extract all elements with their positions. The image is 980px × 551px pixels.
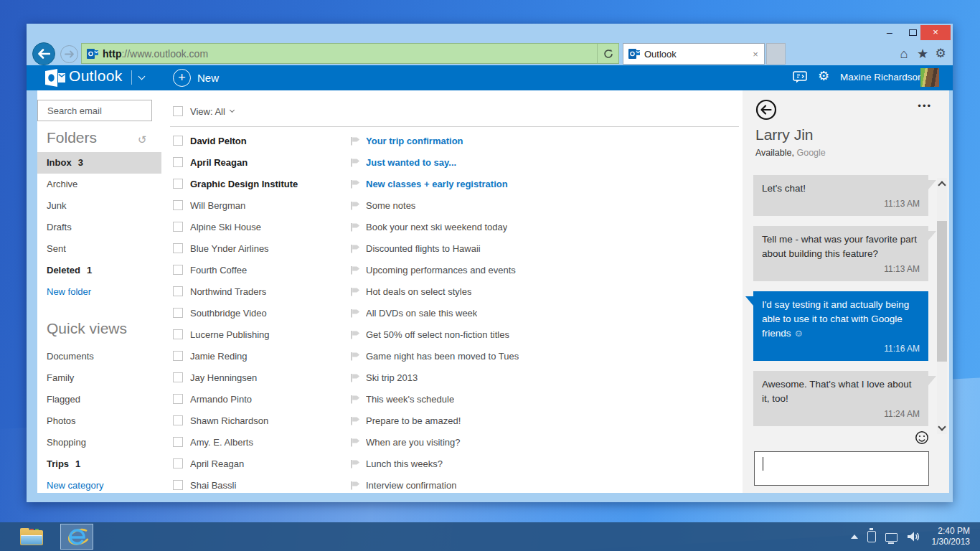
power-icon[interactable]	[867, 531, 876, 542]
emoticon-picker-icon[interactable]	[915, 430, 929, 445]
mail-row[interactable]: Jay HenningsenSki trip 2013	[161, 367, 743, 388]
mail-checkbox[interactable]	[173, 200, 183, 210]
mail-checkbox[interactable]	[173, 136, 183, 146]
mail-row[interactable]: Shawn RichardsonPrepare to be amazed!	[161, 410, 743, 431]
mail-subject[interactable]: This week's schedule	[366, 394, 454, 405]
select-all-checkbox[interactable]	[173, 106, 183, 116]
brand-title[interactable]: Outlook	[69, 67, 122, 85]
mail-checkbox[interactable]	[173, 437, 183, 447]
mail-row[interactable]: Armando PintoThis week's schedule	[161, 388, 743, 410]
mail-sender[interactable]: Will Bergman	[190, 200, 350, 211]
mail-row[interactable]: Northwind TradersHot deals on select sty…	[161, 281, 743, 302]
mail-sender[interactable]: Amy. E. Alberts	[190, 437, 350, 448]
sidebar-item-new-category[interactable]: New category	[37, 475, 161, 493]
mail-subject[interactable]: Just wanted to say...	[366, 157, 456, 168]
settings-gear-icon[interactable]: ⚙	[931, 44, 950, 63]
sidebar-item-drafts[interactable]: Drafts	[37, 217, 161, 238]
mail-row[interactable]: Jamie RedingGame night has been moved to…	[161, 345, 743, 367]
volume-icon[interactable]	[907, 531, 920, 542]
mail-row[interactable]: April ReaganJust wanted to say...	[161, 151, 743, 173]
new-message-button[interactable]: + New	[173, 68, 219, 88]
mail-sender[interactable]: Alpine Ski House	[190, 222, 350, 232]
window-minimize-button[interactable]: –	[879, 25, 900, 40]
mail-checkbox[interactable]	[173, 157, 183, 167]
flag-icon[interactable]	[350, 287, 362, 296]
sidebar-item-junk[interactable]: Junk	[37, 195, 161, 217]
mail-subject[interactable]: Discounted flights to Hawaii	[366, 243, 481, 254]
chat-back-button[interactable]	[755, 99, 777, 121]
browser-forward-button[interactable]	[60, 45, 78, 63]
flag-icon[interactable]	[350, 352, 362, 361]
mail-subject[interactable]: Some notes	[366, 200, 415, 211]
mail-subject[interactable]: New classes + early registration	[366, 179, 508, 189]
mail-row[interactable]: Graphic Design InstituteNew classes + ea…	[161, 173, 743, 194]
mail-sender[interactable]: Shawn Richardson	[190, 415, 350, 426]
sidebar-item-trips[interactable]: Trips1	[37, 453, 161, 475]
flag-icon[interactable]	[350, 244, 362, 253]
browser-tab-outlook[interactable]: Outlook ×	[623, 43, 765, 65]
sidebar-item-new-folder[interactable]: New folder	[37, 281, 161, 303]
flag-icon[interactable]	[350, 158, 362, 167]
flag-icon[interactable]	[350, 481, 362, 490]
search-email-box[interactable]	[37, 100, 152, 121]
mail-sender[interactable]: Graphic Design Institute	[190, 179, 350, 189]
mail-sender[interactable]: Lucerne Publishing	[190, 329, 350, 340]
home-icon[interactable]: ⌂	[895, 44, 913, 63]
window-close-button[interactable]: ×	[920, 25, 951, 40]
mail-row[interactable]: Amy. E. AlbertsWhen are you visiting?	[161, 431, 743, 453]
mail-row[interactable]: Fourth CoffeeUpcoming performances and e…	[161, 259, 743, 281]
mail-checkbox[interactable]	[173, 394, 183, 404]
mail-sender[interactable]: Armando Pinto	[190, 394, 350, 405]
mail-subject[interactable]: Lunch this weeks?	[366, 458, 443, 469]
sidebar-item-sent[interactable]: Sent	[37, 238, 161, 260]
new-tab-button[interactable]	[766, 43, 786, 65]
search-input[interactable]	[38, 105, 174, 116]
show-hidden-icons[interactable]	[851, 534, 858, 539]
sidebar-item-archive[interactable]: Archive	[37, 174, 161, 195]
mail-row[interactable]: David PeltonYour trip confirmation	[161, 130, 743, 151]
messaging-icon[interactable]	[793, 71, 807, 83]
mail-sender[interactable]: Fourth Coffee	[190, 265, 350, 276]
scroll-down-icon[interactable]	[938, 423, 946, 430]
flag-icon[interactable]	[350, 201, 362, 210]
mail-subject[interactable]: Upcoming performances and events	[366, 265, 516, 276]
mail-sender[interactable]: Jamie Reding	[190, 351, 350, 362]
mail-subject[interactable]: Get 50% off select non-fiction titles	[366, 329, 509, 340]
mail-sender[interactable]: Jay Henningsen	[190, 372, 350, 383]
network-icon[interactable]	[885, 533, 897, 542]
sidebar-item-documents[interactable]: Documents	[37, 346, 161, 367]
mail-subject[interactable]: Your trip confirmation	[366, 136, 463, 146]
sidebar-item-flagged[interactable]: Flagged	[37, 389, 161, 410]
clock[interactable]: 2:40 PM 1/30/2013	[932, 526, 970, 547]
mail-checkbox[interactable]	[173, 243, 183, 253]
avatar[interactable]	[920, 68, 939, 87]
address-bar[interactable]: http://www.outlook.com	[81, 43, 619, 64]
mail-checkbox[interactable]	[173, 179, 183, 189]
mail-sender[interactable]: Northwind Traders	[190, 286, 350, 297]
mail-checkbox[interactable]	[173, 458, 183, 468]
account-name[interactable]: Maxine Richardson	[840, 72, 923, 83]
refresh-button[interactable]	[597, 44, 618, 63]
chevron-down-icon[interactable]	[230, 108, 235, 113]
favorites-star-icon[interactable]: ★	[913, 44, 932, 63]
flag-icon[interactable]	[350, 265, 362, 275]
flag-icon[interactable]	[350, 309, 362, 318]
mail-sender[interactable]: Southbridge Video	[190, 308, 350, 319]
mail-subject[interactable]: Prepare to be amazed!	[366, 415, 461, 426]
sidebar-item-inbox[interactable]: Inbox3	[37, 152, 161, 174]
chat-scrollbar[interactable]	[937, 178, 947, 434]
flag-icon[interactable]	[350, 438, 362, 447]
mail-checkbox[interactable]	[173, 308, 183, 318]
chevron-down-icon[interactable]	[138, 73, 146, 80]
mail-checkbox[interactable]	[173, 351, 183, 361]
url-text[interactable]: http://www.outlook.com	[103, 48, 597, 60]
mail-subject[interactable]: When are you visiting?	[366, 437, 461, 448]
mail-checkbox[interactable]	[173, 329, 183, 339]
browser-back-button[interactable]	[32, 42, 55, 65]
mail-row[interactable]: Will BergmanSome notes	[161, 194, 743, 216]
flag-icon[interactable]	[350, 459, 362, 468]
flag-icon[interactable]	[350, 395, 362, 404]
mail-checkbox[interactable]	[173, 265, 183, 275]
mail-row[interactable]: Shai BassliInterview confirmation	[161, 474, 743, 493]
mail-subject[interactable]: Book your next ski weekend today	[366, 222, 507, 232]
